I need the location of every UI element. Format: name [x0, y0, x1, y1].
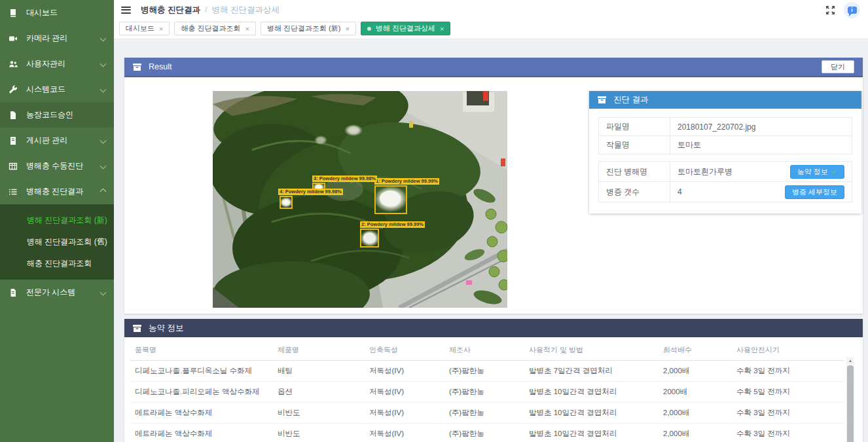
table-row: 메트라페논 액상수화제 비반도 저독성(IV) (주)팜한농 발병초 10일간격…: [130, 424, 844, 442]
tab-close-icon[interactable]: ×: [159, 25, 163, 33]
sidebar-item-board[interactable]: 게시판 관리: [0, 128, 114, 153]
active-tab-dot: [367, 27, 371, 31]
table-row: 디페노코나졸.플루디옥소닐 수화제 배팅 저독성(IV) (주)팜한농 발병초 …: [130, 361, 844, 382]
tab-dashboard[interactable]: 대시보드 ×: [119, 22, 170, 35]
info-icon[interactable]: i: [844, 2, 860, 18]
field-label: 작물명: [599, 136, 670, 155]
sidebar-item-manual-diagnosis[interactable]: 병해충 수동진단: [0, 153, 114, 179]
detection-box: [374, 185, 407, 214]
tab-close-icon[interactable]: ×: [245, 25, 249, 33]
diagnosis-card-title: 진단 결과: [613, 94, 648, 105]
tab-disease-results-new[interactable]: 병해 진단결과조회 (新) ×: [261, 22, 356, 35]
document-icon: [9, 288, 18, 297]
pesticide-panel-title: 농약 정보: [149, 323, 183, 334]
table-row: 메트라페논 액상수화제 비반도 저독성(IV) (주)팜한농 발병초 10일간격…: [130, 403, 844, 424]
cell: 비반도: [272, 403, 364, 424]
chevron-down-icon: [100, 138, 107, 144]
chevron-down-icon: [100, 163, 107, 170]
breadcrumb-parent: 병해충 진단결과: [141, 5, 200, 16]
list-icon: [9, 187, 18, 196]
sidebar-subitem-disease-results-new[interactable]: 병해 진단결과조회 (新): [0, 210, 114, 231]
check-icon: ✓: [831, 168, 837, 176]
sidebar-item-label: 전문가 시스템: [26, 287, 75, 298]
sidebar-item-label: 시스템코드: [26, 84, 65, 95]
sidebar-item-label: 대시보드: [26, 7, 58, 18]
archive-box-icon: [133, 325, 141, 332]
tab-label: 대시보드: [126, 24, 154, 33]
sidebar-subitem-label: 병해 진단결과조회 (新): [27, 215, 107, 226]
tab-disease-result-detail[interactable]: 병해 진단결과상세 ×: [361, 22, 451, 35]
sidebar-item-label: 병해충 수동진단: [26, 160, 83, 172]
column-header: 사용적기 및 방법: [524, 339, 658, 361]
pesticide-info-button[interactable]: 농약 정보 ✓: [790, 165, 844, 179]
close-button[interactable]: 닫기: [822, 60, 854, 73]
sidebar-subitem-pest-results[interactable]: 해충 진단결과조회: [0, 253, 114, 274]
cell: 저독성(IV): [364, 403, 444, 424]
sidebar-item-label: 농장코드승인: [26, 109, 73, 120]
pesticide-table: 품목명 제품명 인축독성 제조사 사용적기 및 방법 희석배수 사용안전시기: [130, 339, 844, 442]
sidebar-item-farm-code-approval[interactable]: 농장코드승인: [0, 102, 114, 128]
column-header: 인축독성: [364, 339, 444, 361]
table-header-row: 품목명 제품명 인축독성 제조사 사용적기 및 방법 희석배수 사용안전시기: [130, 339, 844, 361]
symptom-detail-button-label: 병증 세부정보: [792, 187, 837, 197]
cell: 2,000배: [658, 403, 731, 424]
breadcrumb-current: 병해 진단결과상세: [211, 5, 279, 16]
topbar-actions: i: [825, 2, 861, 18]
tab-pest-results[interactable]: 해충 진단결과조회 ×: [174, 22, 256, 35]
cell: 옵션: [272, 382, 364, 403]
sidebar-item-system-code[interactable]: 시스템코드: [0, 77, 114, 102]
main-area: 병해충 진단결과 / 병해 진단결과상세 i: [114, 0, 868, 442]
scrollbar-up-arrow-icon[interactable]: ▲: [846, 357, 854, 365]
sidebar-item-expert-system[interactable]: 전문가 시스템: [0, 280, 114, 305]
sidebar-item-label: 카메라 관리: [26, 33, 67, 44]
cell: 2,000배: [658, 424, 731, 442]
sidebar-subitem-disease-results-old[interactable]: 병해 진단결과조회 (舊): [0, 231, 114, 253]
symptom-count-cell: 4 병증 세부정보: [670, 182, 852, 202]
chevron-down-icon: [100, 61, 107, 67]
result-panel: Result 닫기: [124, 58, 863, 314]
detection-label: 3: Powdery mildew 99.98%: [312, 175, 377, 182]
result-panel-header: Result 닫기: [124, 58, 863, 77]
pesticide-info-panel: 농약 정보 품목명 제품명 인축독성 제조사 사용적기 및 방법 희: [124, 319, 863, 442]
diagnosis-detail-table: 진단 병해명 토마토흰가루병 농약 정보 ✓: [598, 161, 852, 202]
menu-toggle-icon[interactable]: [121, 7, 131, 14]
scrollbar-thumb[interactable]: [847, 365, 854, 442]
pesticide-table-container: 품목명 제품명 인축독성 제조사 사용적기 및 방법 희석배수 사용안전시기: [124, 337, 863, 442]
cell: 배팅: [272, 361, 364, 382]
cell: 메트라페논 액상수화제: [130, 424, 272, 442]
wrench-icon: [9, 85, 18, 94]
sidebar-item-camera[interactable]: 카메라 관리: [0, 26, 114, 51]
sidebar-item-dashboard[interactable]: 대시보드: [0, 0, 114, 26]
diagnosis-card-header: 진단 결과: [589, 91, 861, 109]
fullscreen-icon[interactable]: [825, 5, 835, 15]
cell: 발병초 7일간격 경엽처리: [524, 361, 658, 382]
detection-label: 2: Powdery mildew 99.99%: [360, 221, 425, 228]
sidebar: 대시보드 카메라 관리 사용자관리 시스템코드: [0, 0, 114, 442]
cell: (주)팜한농: [444, 361, 524, 382]
symptom-detail-button[interactable]: 병증 세부정보: [785, 185, 844, 199]
diagnosis-card-body: 파일명 20180107_220702.jpg 작물명 토마토: [589, 109, 861, 213]
field-label: 진단 병해명: [599, 162, 670, 182]
crop-name-value: 토마토: [670, 136, 852, 155]
tab-close-icon[interactable]: ×: [440, 25, 444, 33]
grid-icon: [9, 162, 18, 171]
sidebar-item-diagnosis-results[interactable]: 병해충 진단결과: [0, 179, 114, 204]
column-header: 사용안전시기: [731, 339, 844, 361]
file-name-value: 20180107_220702.jpg: [670, 118, 852, 136]
table-row: 작물명 토마토: [599, 136, 852, 155]
breadcrumb: 병해충 진단결과 / 병해 진단결과상세: [141, 5, 280, 16]
cell: 발병초 10일간격 경엽처리: [524, 403, 658, 424]
tomato-plant-image: [213, 91, 507, 308]
board-icon: [9, 136, 18, 145]
breadcrumb-separator: /: [205, 5, 207, 14]
cell: 비반도: [272, 424, 364, 442]
table-scrollbar[interactable]: ▲: [846, 357, 854, 442]
cell: 발병초 10일간격 경엽처리: [524, 424, 658, 442]
sidebar-item-users[interactable]: 사용자관리: [0, 51, 114, 77]
tab-close-icon[interactable]: ×: [345, 25, 349, 33]
app-window: 대시보드 카메라 관리 사용자관리 시스템코드: [0, 0, 868, 442]
detection-box: [280, 196, 293, 209]
column-header: 품목명: [130, 339, 272, 361]
cell: 수확 3일 전까지: [731, 424, 844, 442]
table-row: 디페노코나졸.피리오페논 액상수화제 옵션 저독성(IV) (주)팜한농 발병초…: [130, 382, 844, 403]
